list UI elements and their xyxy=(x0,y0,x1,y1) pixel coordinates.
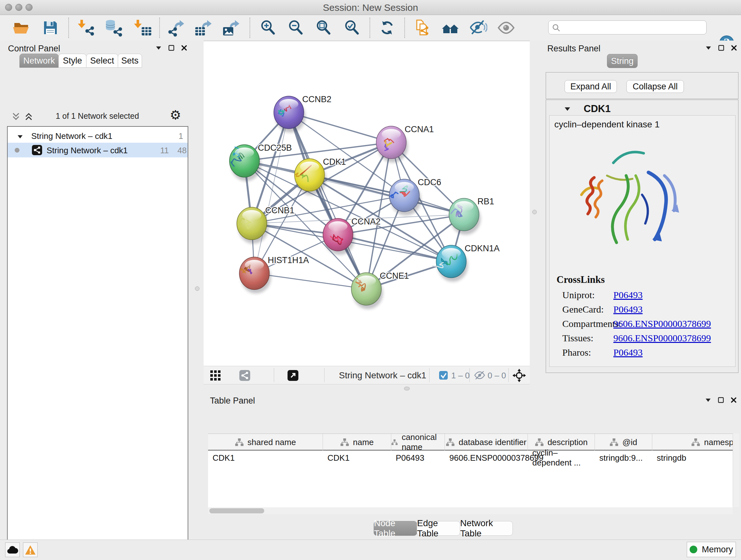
right-splitter[interactable] xyxy=(530,41,543,384)
hidden-eye-slash-icon[interactable] xyxy=(474,370,485,381)
birdseye-crosshair-icon[interactable] xyxy=(513,369,526,382)
cell-shared-name[interactable]: CDK1 xyxy=(208,450,323,465)
float-panel-icon[interactable] xyxy=(168,44,175,53)
cloud-button[interactable] xyxy=(5,543,20,557)
tab-edge-table[interactable]: Edge Table xyxy=(417,521,460,536)
zoom-out-button[interactable] xyxy=(287,19,305,37)
node-HIST1H1A[interactable]: HIST1H1A xyxy=(239,255,309,294)
crosslink-link[interactable]: P06493 xyxy=(613,304,643,315)
float-panel-icon[interactable] xyxy=(718,396,724,405)
column-header-canonical-name[interactable]: canonical name xyxy=(391,434,445,450)
warning-button[interactable] xyxy=(23,543,38,557)
node-CCNA2[interactable]: CCNA2 xyxy=(323,217,381,255)
table-panel-splitter[interactable] xyxy=(204,384,741,393)
apply-layout-button[interactable] xyxy=(378,19,396,37)
collapse-tree-icon[interactable] xyxy=(24,112,33,122)
collapse-panel-icon[interactable] xyxy=(155,44,162,53)
tab-select[interactable]: Select xyxy=(86,54,118,68)
export-network-button[interactable] xyxy=(167,19,185,37)
close-panel-icon[interactable] xyxy=(181,44,188,53)
hide-selected-button[interactable] xyxy=(469,19,487,37)
import-network-icon xyxy=(77,19,95,37)
gene-description: cyclin–dependent kinase 1 xyxy=(554,119,660,130)
cell-database-identifier[interactable]: 9606.ENSP00000378699 xyxy=(445,450,528,465)
left-splitter[interactable] xyxy=(192,41,204,540)
table-row[interactable]: CDK1CDK1P064939606.ENSP00000378699cyclin… xyxy=(208,450,733,465)
tab-style[interactable]: Style xyxy=(58,54,86,68)
expand-all-button[interactable]: Expand All xyxy=(564,80,617,93)
cell-@id[interactable]: stringdb:9... xyxy=(595,450,652,465)
collapse-panel-icon[interactable] xyxy=(705,44,712,53)
table-vertical-scrollbar[interactable] xyxy=(733,434,739,507)
column-header-shared-name[interactable]: shared name xyxy=(208,434,323,450)
crosslink-link[interactable]: 9606.ENSP00000378699 xyxy=(613,333,711,344)
node-RB1[interactable]: RB1 xyxy=(449,197,494,235)
column-header-@id[interactable]: @id xyxy=(595,434,652,450)
grid-view-icon[interactable] xyxy=(210,370,221,381)
crosslink-link[interactable]: P06493 xyxy=(613,347,643,358)
table-panel-splitter-handle[interactable] xyxy=(404,387,410,390)
import-database-icon xyxy=(105,19,122,37)
expand-tree-icon[interactable] xyxy=(11,112,20,122)
node-CCNB2[interactable]: CCNB2 xyxy=(274,95,332,132)
node-CCNE1[interactable]: CCNE1 xyxy=(351,271,409,309)
cell-canonical-name[interactable]: P06493 xyxy=(391,450,445,465)
first-neighbors-button[interactable] xyxy=(441,19,459,37)
network-canvas[interactable]: CCNB2 CCNA1 CDC25B CDK1 CDC6 RB1 CCNB1 C… xyxy=(204,42,530,366)
edge-CCNA2-CDKN1A[interactable] xyxy=(338,235,451,261)
crosslink-link[interactable]: P06493 xyxy=(613,290,643,300)
import-network-database-button[interactable] xyxy=(105,19,122,37)
detach-view-icon[interactable] xyxy=(287,370,298,381)
tab-sets[interactable]: Sets xyxy=(118,54,142,68)
edge-CCNB2-HIST1H1A[interactable] xyxy=(254,112,289,273)
section-expander-icon[interactable] xyxy=(563,105,571,114)
node-CDKN1A[interactable]: CDKN1A xyxy=(433,244,500,282)
zoom-fit-button[interactable] xyxy=(315,19,333,37)
zoom-in-button[interactable] xyxy=(259,19,277,37)
search-input[interactable] xyxy=(563,22,702,33)
open-session-button[interactable] xyxy=(12,19,30,37)
cell-description[interactable]: cyclin–dependent ... xyxy=(528,450,595,465)
tab-network-table[interactable]: Network Table xyxy=(460,521,513,536)
houses-icon xyxy=(441,19,459,37)
cell-namespace[interactable]: stringdb xyxy=(652,450,733,465)
collapse-panel-icon[interactable] xyxy=(704,396,712,405)
import-network-file-button[interactable] xyxy=(77,19,95,37)
collapse-all-button[interactable]: Collapse All xyxy=(626,80,684,93)
network-options-gear-icon[interactable]: ⚙ xyxy=(170,108,181,122)
column-header-name[interactable]: name xyxy=(323,434,391,450)
export-image-button[interactable] xyxy=(222,19,240,37)
export-table-button[interactable] xyxy=(194,19,212,37)
float-panel-icon[interactable] xyxy=(718,44,725,53)
node-label-HIST1H1A: HIST1H1A xyxy=(268,255,309,265)
save-session-button[interactable] xyxy=(42,19,59,37)
copy-network-button[interactable] xyxy=(413,19,431,37)
node-CDC6[interactable]: CDC6 xyxy=(389,178,441,215)
edge-CCNE1-HIST1H1A[interactable] xyxy=(254,273,366,289)
tab-network[interactable]: Network xyxy=(19,54,59,68)
cell-name[interactable]: CDK1 xyxy=(323,450,391,465)
show-all-button[interactable] xyxy=(497,19,515,37)
zoom-selected-button[interactable] xyxy=(343,19,361,37)
network-row-selected[interactable]: String Network – cdk1 11 48 xyxy=(8,143,188,158)
close-panel-icon[interactable] xyxy=(731,44,738,53)
right-splitter-handle[interactable] xyxy=(532,210,537,214)
selected-checkbox-icon[interactable] xyxy=(439,371,448,380)
import-table-button[interactable] xyxy=(134,19,151,37)
collection-expander-icon[interactable] xyxy=(17,132,23,142)
column-header-namespace[interactable]: namespace xyxy=(652,434,733,450)
network-share-icon[interactable] xyxy=(239,370,250,381)
close-panel-icon[interactable] xyxy=(730,396,737,405)
node-CDC25B[interactable]: CDC25B xyxy=(229,143,292,181)
tab-node-table[interactable]: Node Table xyxy=(374,521,417,536)
column-header-database-identifier[interactable]: database identifier xyxy=(445,434,528,450)
network-collection-row[interactable]: String Network – cdk1 1 xyxy=(8,129,188,143)
tab-string[interactable]: String xyxy=(607,54,637,68)
table-horizontal-scrollbar[interactable] xyxy=(208,507,733,514)
crosslink-link[interactable]: 9606.ENSP00000378699 xyxy=(613,318,711,329)
node-CDK1[interactable]: CDK1 xyxy=(294,157,346,195)
left-splitter-handle[interactable] xyxy=(195,287,199,291)
node-CCNB1[interactable]: CCNB1 xyxy=(237,206,294,244)
memory-button[interactable]: Memory xyxy=(687,542,736,557)
network-list: String Network – cdk1 1 String Network –… xyxy=(7,126,188,560)
